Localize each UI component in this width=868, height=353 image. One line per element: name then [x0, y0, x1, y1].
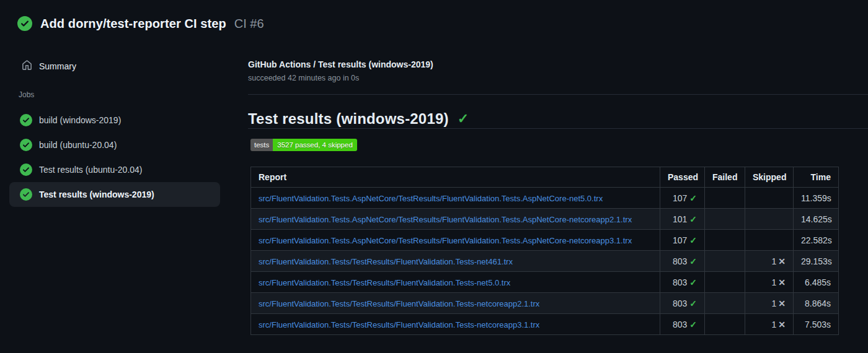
column-report: Report — [251, 167, 660, 188]
report-link[interactable]: src/FluentValidation.Tests/TestResults/F… — [259, 320, 539, 329]
success-check-icon: ✓ — [458, 112, 469, 126]
run-number: CI #6 — [234, 17, 264, 31]
run-title: Add dorny/test-reporter CI step — [40, 17, 226, 31]
passed-check-icon: ✓ — [689, 277, 697, 287]
summary-label: Summary — [39, 61, 76, 71]
passed-check-icon: ✓ — [689, 235, 697, 245]
job-label: build (ubuntu-20.04) — [39, 140, 117, 150]
report-heading-text: Test results (windows-2019) — [248, 110, 449, 128]
time-cell: 29.153s — [794, 251, 839, 272]
report-table-row: src/FluentValidation.Tests/TestResults/F… — [251, 314, 839, 335]
skipped-cell — [745, 209, 794, 230]
time-cell: 7.503s — [794, 314, 839, 335]
tests-badge-value: 3527 passed, 4 skipped — [273, 139, 356, 151]
failed-cell — [705, 251, 745, 272]
sidebar-job-item[interactable]: build (ubuntu-20.04) — [9, 133, 220, 157]
report-cell: src/FluentValidation.Tests.AspNetCore/Te… — [251, 230, 660, 251]
report-cell: src/FluentValidation.Tests/TestResults/F… — [251, 314, 660, 335]
job-list: build (windows-2019) build (ubuntu-20.04… — [0, 108, 248, 207]
time-cell: 8.864s — [794, 293, 839, 314]
time-cell: 6.485s — [794, 272, 839, 293]
passed-check-icon: ✓ — [689, 320, 697, 329]
column-passed: Passed — [660, 167, 705, 188]
skipped-cell: 1✕ — [745, 314, 794, 335]
report-link[interactable]: src/FluentValidation.Tests/TestResults/F… — [259, 299, 539, 308]
report-table: Report Passed Failed Skipped Time src/Fl… — [250, 167, 839, 335]
skipped-cell — [745, 230, 794, 251]
report-link[interactable]: src/FluentValidation.Tests.AspNetCore/Te… — [259, 236, 632, 245]
passed-cell: 803✓ — [660, 314, 705, 335]
report-table-row: src/FluentValidation.Tests.AspNetCore/Te… — [251, 209, 839, 230]
job-label: build (windows-2019) — [39, 115, 121, 125]
report-link[interactable]: src/FluentValidation.Tests.AspNetCore/Te… — [259, 215, 632, 224]
skipped-x-icon: ✕ — [778, 256, 786, 266]
skipped-cell: 1✕ — [745, 293, 794, 314]
skipped-cell: 1✕ — [745, 272, 794, 293]
job-header: GitHub Actions / Test results (windows-2… — [248, 59, 868, 95]
tests-badge-label: tests — [250, 139, 273, 151]
home-icon — [22, 60, 32, 73]
job-label: Test results (windows-2019) — [39, 190, 154, 199]
report-table-row: src/FluentValidation.Tests.AspNetCore/Te… — [251, 230, 839, 251]
report-cell: src/FluentValidation.Tests/TestResults/F… — [251, 251, 660, 272]
report-link[interactable]: src/FluentValidation.Tests/TestResults/F… — [259, 257, 513, 266]
check-circle-fill-icon — [20, 114, 32, 126]
sidebar-job-item[interactable]: build (windows-2019) — [9, 108, 220, 133]
passed-cell: 803✓ — [660, 272, 705, 293]
run-header: Add dorny/test-reporter CI step CI #6 — [0, 0, 868, 31]
report-cell: src/FluentValidation.Tests.AspNetCore/Te… — [251, 209, 660, 230]
report-link[interactable]: src/FluentValidation.Tests.AspNetCore/Te… — [259, 194, 603, 203]
skipped-x-icon: ✕ — [778, 299, 786, 308]
job-header-subtitle: succeeded 42 minutes ago in 0s — [248, 74, 868, 82]
passed-cell: 803✓ — [660, 293, 705, 314]
time-cell: 11.359s — [794, 188, 839, 209]
passed-check-icon: ✓ — [689, 299, 697, 308]
skipped-x-icon: ✕ — [778, 277, 786, 287]
sidebar-job-item[interactable]: Test results (windows-2019) — [9, 182, 220, 207]
report-table-body: src/FluentValidation.Tests.AspNetCore/Te… — [251, 188, 839, 335]
report-cell: src/FluentValidation.Tests.AspNetCore/Te… — [251, 188, 660, 209]
tests-badge: tests 3527 passed, 4 skipped — [250, 139, 357, 151]
failed-cell — [705, 230, 745, 251]
report-table-header-row: Report Passed Failed Skipped Time — [251, 167, 839, 188]
sidebar-item-summary[interactable]: Summary — [0, 59, 248, 74]
check-circle-fill-icon — [20, 188, 32, 201]
report-cell: src/FluentValidation.Tests/TestResults/F… — [251, 293, 660, 314]
time-cell: 14.625s — [794, 209, 839, 230]
passed-cell: 107✓ — [660, 188, 705, 209]
job-header-title: GitHub Actions / Test results (windows-2… — [248, 59, 868, 69]
column-failed: Failed — [705, 167, 745, 188]
time-cell: 22.582s — [794, 230, 839, 251]
passed-check-icon: ✓ — [689, 214, 697, 224]
failed-cell — [705, 293, 745, 314]
report-table-row: src/FluentValidation.Tests.AspNetCore/Te… — [251, 188, 839, 209]
check-circle-fill-icon — [20, 163, 32, 176]
check-circle-fill-icon — [17, 16, 32, 31]
passed-check-icon: ✓ — [689, 256, 697, 266]
report-table-row: src/FluentValidation.Tests/TestResults/F… — [251, 293, 839, 314]
jobs-section-label: Jobs — [0, 90, 248, 100]
check-circle-fill-icon — [20, 139, 32, 151]
failed-cell — [705, 314, 745, 335]
column-time: Time — [794, 167, 839, 188]
report-table-row: src/FluentValidation.Tests/TestResults/F… — [251, 272, 839, 293]
main-pane: GitHub Actions / Test results (windows-2… — [248, 31, 868, 335]
skipped-cell: 1✕ — [745, 251, 794, 272]
report-heading: Test results (windows-2019) ✓ — [248, 111, 868, 129]
failed-cell — [705, 209, 745, 230]
report-table-row: src/FluentValidation.Tests/TestResults/F… — [251, 251, 839, 272]
passed-cell: 101✓ — [660, 209, 705, 230]
column-skipped: Skipped — [745, 167, 794, 188]
job-label: Test results (ubuntu-20.04) — [39, 165, 143, 175]
failed-cell — [705, 272, 745, 293]
skipped-cell — [745, 188, 794, 209]
failed-cell — [705, 188, 745, 209]
sidebar-job-item[interactable]: Test results (ubuntu-20.04) — [9, 157, 220, 182]
passed-cell: 803✓ — [660, 251, 705, 272]
skipped-x-icon: ✕ — [778, 320, 786, 329]
passed-check-icon: ✓ — [689, 193, 697, 203]
passed-cell: 107✓ — [660, 230, 705, 251]
sidebar: Summary Jobs build (windows-2019) build … — [0, 31, 248, 207]
report-link[interactable]: src/FluentValidation.Tests/TestResults/F… — [259, 278, 510, 287]
report-cell: src/FluentValidation.Tests/TestResults/F… — [251, 272, 660, 293]
